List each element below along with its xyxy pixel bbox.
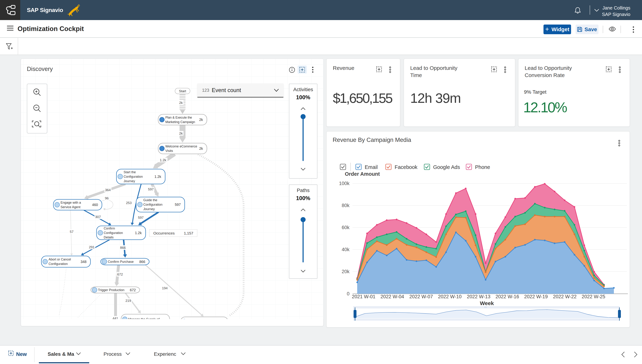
svg-text:2021 W-01: 2021 W-01 xyxy=(352,294,376,299)
svg-text:2022 W-19: 2022 W-19 xyxy=(524,294,548,299)
svg-text:2022 W-13: 2022 W-13 xyxy=(467,294,490,299)
svg-text:Google Ads: Google Ads xyxy=(433,164,460,170)
svg-text:Marketing Campaign: Marketing Campaign xyxy=(165,120,195,124)
svg-text:597: 597 xyxy=(138,216,144,220)
svg-text:866: 866 xyxy=(120,246,126,250)
svg-text:Abort or Cancel: Abort or Cancel xyxy=(48,258,71,261)
svg-text:Phone: Phone xyxy=(475,164,490,170)
svg-text:597: 597 xyxy=(175,202,181,206)
svg-text:Configuration: Configuration xyxy=(104,231,123,235)
svg-text:80k: 80k xyxy=(342,203,350,208)
svg-text:Facebook: Facebook xyxy=(394,164,418,170)
svg-text:Plan & Execute the: Plan & Execute the xyxy=(165,116,192,119)
svg-text:Configuration: Configuration xyxy=(124,175,143,178)
svg-text:2022 W-10: 2022 W-10 xyxy=(438,294,462,299)
svg-text:Start: Start xyxy=(179,89,186,93)
svg-text:Trigger Production: Trigger Production xyxy=(98,288,124,292)
svg-text:2k: 2k xyxy=(199,118,203,122)
svg-text:2k: 2k xyxy=(179,132,183,135)
svg-text:Details: Details xyxy=(104,236,114,239)
svg-text:Welcome eCommerce: Welcome eCommerce xyxy=(165,144,197,148)
svg-text:Configuration: Configuration xyxy=(48,262,68,266)
svg-text:1.2k: 1.2k xyxy=(135,231,142,235)
svg-text:60k: 60k xyxy=(342,225,350,230)
svg-text:348: 348 xyxy=(80,260,86,264)
svg-text:2022 W-04: 2022 W-04 xyxy=(380,294,404,299)
svg-text:253: 253 xyxy=(126,201,132,205)
svg-text:57: 57 xyxy=(70,230,74,234)
svg-text:Configuration: Configuration xyxy=(143,203,162,206)
svg-text:20k: 20k xyxy=(342,269,350,274)
svg-text:1,157: 1,157 xyxy=(184,231,193,235)
svg-text:2k: 2k xyxy=(179,101,183,104)
svg-text:Visits: Visits xyxy=(165,149,173,152)
svg-text:2022 W-25: 2022 W-25 xyxy=(582,294,605,299)
svg-text:Service Agent: Service Agent xyxy=(60,205,80,209)
svg-text:Confirm: Confirm xyxy=(104,226,115,230)
svg-text:Week: Week xyxy=(480,300,494,306)
svg-text:460: 460 xyxy=(92,203,98,207)
svg-text:2022 W-07: 2022 W-07 xyxy=(409,294,433,299)
svg-text:2k: 2k xyxy=(199,146,203,150)
svg-text:Engage with a: Engage with a xyxy=(60,201,81,204)
svg-text:219: 219 xyxy=(126,299,131,302)
svg-text:597: 597 xyxy=(148,187,154,191)
svg-text:307: 307 xyxy=(95,215,101,219)
svg-text:1.2k: 1.2k xyxy=(154,175,162,178)
svg-text:866: 866 xyxy=(139,260,145,264)
svg-text:Confirm Purchase: Confirm Purchase xyxy=(108,260,134,264)
svg-text:Occurrences: Occurrences xyxy=(153,231,175,235)
svg-text:291: 291 xyxy=(89,245,94,249)
svg-text:Guide the: Guide the xyxy=(143,198,157,202)
svg-text:194: 194 xyxy=(162,286,168,290)
svg-text:2022 W-16: 2022 W-16 xyxy=(496,294,519,299)
svg-text:Manage the Supply of: Manage the Supply of xyxy=(128,318,160,319)
svg-text:0: 0 xyxy=(347,291,350,296)
svg-text:672: 672 xyxy=(117,272,123,276)
svg-text:441: 441 xyxy=(112,316,118,319)
svg-text:Order Amount: Order Amount xyxy=(345,171,380,177)
svg-text:96: 96 xyxy=(105,196,108,200)
svg-text:Journey: Journey xyxy=(124,179,135,183)
svg-text:Email: Email xyxy=(365,164,378,170)
svg-text:1.2k: 1.2k xyxy=(160,158,166,162)
svg-text:100k: 100k xyxy=(339,181,350,186)
svg-text:40k: 40k xyxy=(342,247,350,252)
svg-text:Journey: Journey xyxy=(143,207,155,211)
svg-text:672: 672 xyxy=(130,288,136,292)
svg-text:Start the: Start the xyxy=(124,170,136,174)
svg-text:2022 W-22: 2022 W-22 xyxy=(553,294,576,299)
svg-text:364: 364 xyxy=(105,188,111,192)
